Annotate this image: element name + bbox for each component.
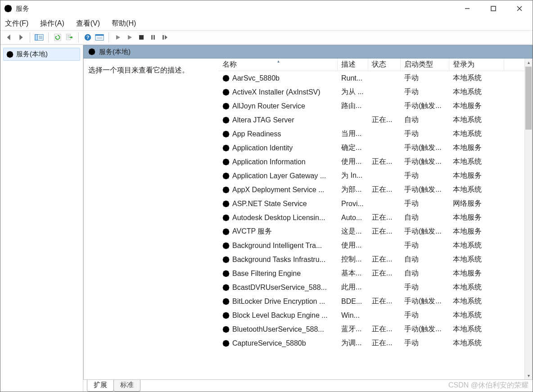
app-icon [4,5,12,13]
table-row[interactable]: AarSvc_5880bRunt...手动本地系统 [219,71,532,85]
menu-view[interactable]: 查看(V) [76,19,100,28]
help-button[interactable]: ? [82,32,94,43]
table-row[interactable]: Application Layer Gateway ...为 In...手动本地… [219,169,532,183]
table-row[interactable]: AppX Deployment Service ...为部...正在...手动(… [219,183,532,197]
right-pane: 服务(本地) 选择一个项目来查看它的描述。 名称 ▴ 描述 状态 启动类型 登录… [83,45,533,392]
maximize-button[interactable] [480,0,506,17]
gear-icon [222,75,230,82]
gear-icon [222,312,230,319]
service-status: 正在... [368,269,401,278]
table-row[interactable]: ActiveX Installer (AxInstSV)为从 ...手动本地系统 [219,85,532,99]
gear-icon [222,228,230,235]
service-startup: 自动 [401,213,449,222]
table-row[interactable]: App Readiness当用...手动本地系统 [219,127,532,141]
close-button[interactable] [506,0,533,17]
gear-icon [222,103,230,110]
service-name: ASP.NET State Service [232,200,307,208]
service-status: 正在... [368,255,401,264]
show-hide-tree-button[interactable] [33,32,45,43]
right-body: 选择一个项目来查看它的描述。 名称 ▴ 描述 状态 启动类型 登录为 AarSv… [83,59,533,380]
column-header-login[interactable]: 登录为 [449,59,504,71]
table-row[interactable]: BluetoothUserService_588...蓝牙...正在...手动(… [219,322,532,336]
back-button[interactable] [3,32,15,43]
service-login: 本地服务 [449,143,504,153]
table-row[interactable]: BcastDVRUserService_588...此用...手动本地系统 [219,280,532,294]
service-description: Auto... [338,214,368,222]
pause-service-button[interactable] [147,32,159,43]
window-controls [454,0,533,17]
service-status: 正在... [368,185,401,194]
gear-icon [222,131,230,138]
service-login: 本地服务 [449,101,504,111]
scroll-thumb[interactable] [525,67,532,130]
panel-header: 服务(本地) [83,45,533,59]
service-name-cell: ActiveX Installer (AxInstSV) [219,88,338,96]
restart-service-button[interactable] [159,32,171,43]
tab-standard[interactable]: 标准 [113,380,140,392]
scroll-down-icon[interactable]: ▾ [525,372,533,379]
column-header-startup[interactable]: 启动类型 [401,59,449,71]
menu-help[interactable]: 帮助(H) [112,19,136,28]
service-name: App Readiness [232,130,281,138]
service-name: CaptureService_5880b [232,339,306,347]
service-startup: 手动 [401,241,449,250]
service-name-cell: ASP.NET State Service [219,200,338,208]
service-description: 为调... [338,338,368,348]
table-row[interactable]: BitLocker Drive Encryption ...BDE...正在..… [219,294,532,308]
vertical-scrollbar[interactable]: ▴ ▾ [524,59,532,379]
refresh-button[interactable] [52,32,63,43]
forward-button[interactable] [15,32,27,43]
table-row[interactable]: Autodesk Desktop Licensin...Auto...正在...… [219,211,532,225]
export-button[interactable] [63,32,75,43]
properties-button[interactable] [94,32,105,43]
table-row[interactable]: Block Level Backup Engine ...Win...手动本地系… [219,308,532,322]
stop-service-button[interactable] [136,32,147,43]
svg-rect-17 [95,35,104,36]
table-row[interactable]: Altera JTAG Server正在...自动本地系统 [219,113,532,127]
service-status: 正在... [368,297,401,306]
service-name: BluetoothUserService_588... [232,325,324,333]
service-description: 此用... [338,283,368,292]
svg-rect-21 [163,35,164,40]
tab-extended[interactable]: 扩展 [87,380,114,392]
column-header-description[interactable]: 描述 [338,59,368,71]
tree-pane: 服务(本地) [0,45,83,392]
service-name-cell: AarSvc_5880b [219,74,338,82]
service-login: 本地服务 [449,227,504,236]
gear-icon [222,270,230,277]
table-row[interactable]: Background Intelligent Tra...使用...手动本地系统 [219,239,532,252]
service-name: Autodesk Desktop Licensin... [232,214,325,222]
minimize-button[interactable] [454,0,480,17]
table-row[interactable]: Background Tasks Infrastru...控制...正在...自… [219,252,532,266]
table-row[interactable]: Application Information使用...正在...手动(触发..… [219,155,532,169]
service-description: 这是... [338,227,368,236]
service-name: ActiveX Installer (AxInstSV) [232,88,321,96]
service-login: 本地系统 [449,324,504,334]
service-list: 名称 ▴ 描述 状态 启动类型 登录为 AarSvc_5880bRunt...手… [219,59,532,379]
start-service-button[interactable] [112,32,124,43]
table-row[interactable]: Base Filtering Engine基本...正在...自动本地服务 [219,266,532,280]
table-row[interactable]: ASP.NET State ServiceProvi...手动网络服务 [219,197,532,211]
titlebar[interactable]: 服务 [0,0,533,17]
menu-file[interactable]: 文件(F) [5,19,28,28]
gear-icon [222,172,230,180]
service-startup: 手动(触发... [401,101,449,111]
service-login: 本地系统 [449,73,504,83]
column-header-status[interactable]: 状态 [368,59,401,71]
start-service-alt-button[interactable] [124,32,136,43]
service-login: 本地服务 [449,171,504,180]
table-row[interactable]: Application Identity确定...手动(触发...本地服务 [219,141,532,155]
service-startup: 手动 [401,171,449,180]
menu-action[interactable]: 操作(A) [40,19,64,28]
table-row[interactable]: CaptureService_5880b为调...正在...手动本地系统 [219,336,532,350]
tree-item-services-local[interactable]: 服务(本地) [3,48,80,61]
service-startup: 手动(触发... [401,297,449,306]
scroll-up-icon[interactable]: ▴ [525,59,533,66]
service-name-cell: BcastDVRUserService_588... [219,284,338,292]
service-startup: 手动(触发... [401,324,449,334]
service-name-cell: Autodesk Desktop Licensin... [219,214,338,222]
table-row[interactable]: AllJoyn Router Service路由...手动(触发...本地服务 [219,99,532,113]
service-login: 本地系统 [449,255,504,264]
table-row[interactable]: AVCTP 服务这是...正在...手动(触发...本地服务 [219,225,532,239]
service-startup: 手动 [401,338,449,348]
